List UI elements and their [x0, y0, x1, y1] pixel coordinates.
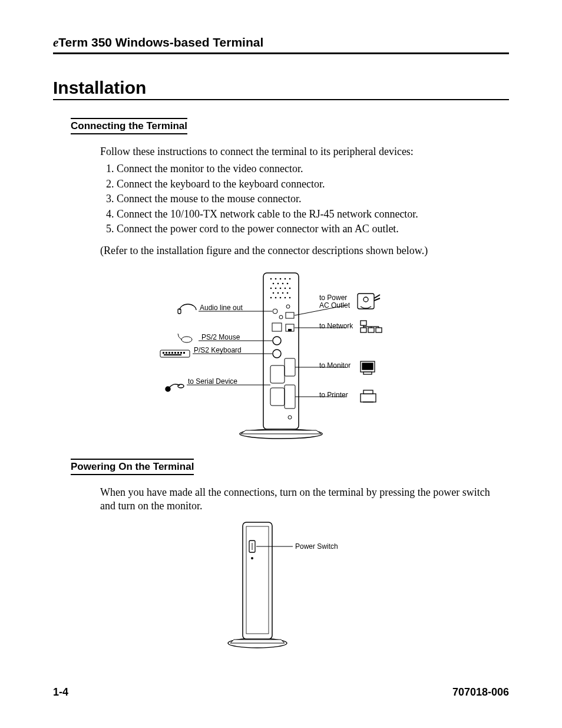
svg-point-7 [273, 282, 275, 284]
step-2: Connect the keyboard to the keyboard con… [117, 177, 497, 191]
svg-rect-56 [180, 352, 182, 354]
svg-point-5 [285, 278, 286, 279]
connecting-intro: Follow these instructions to connect the… [100, 145, 497, 159]
outlet-icon [358, 294, 380, 309]
label-power-2: AC Outlet [319, 301, 350, 309]
svg-point-59 [178, 384, 184, 388]
svg-rect-73 [363, 372, 372, 374]
svg-point-14 [285, 287, 286, 289]
svg-rect-66 [361, 328, 366, 332]
svg-point-11 [270, 287, 272, 289]
connecting-steps: Connect the monitor to the video connect… [100, 162, 497, 236]
headphones-icon [178, 304, 196, 314]
svg-point-24 [289, 297, 291, 298]
label-audio: Audio line out [200, 304, 243, 312]
svg-rect-54 [174, 352, 176, 354]
svg-rect-55 [177, 352, 179, 354]
svg-point-13 [280, 287, 282, 289]
subheading-powering: Powering On the Terminal [71, 459, 194, 475]
svg-rect-58 [164, 354, 181, 355]
network-icon [361, 321, 382, 332]
svg-point-10 [287, 282, 289, 284]
svg-rect-72 [362, 363, 373, 370]
svg-point-19 [287, 292, 289, 294]
svg-rect-74 [361, 394, 376, 402]
label-network: to Network [319, 322, 353, 330]
svg-point-82 [251, 557, 253, 559]
svg-rect-75 [363, 390, 373, 394]
connectors-illustration [157, 270, 405, 441]
monitor-icon [361, 361, 375, 374]
header-italic-e: e [53, 35, 58, 50]
svg-point-16 [273, 292, 275, 294]
connecting-body: Follow these instructions to connect the… [100, 145, 497, 258]
label-monitor: to Monitor [319, 361, 351, 370]
mouse-icon [178, 334, 192, 342]
label-mouse: PS/2 Mouse [201, 333, 240, 341]
step-5: Connect the power cord to the power conn… [117, 222, 497, 236]
svg-point-21 [275, 297, 277, 298]
power-switch-illustration [222, 519, 340, 649]
serial-cable-icon [166, 384, 184, 391]
connecting-note: (Refer to the installation figure and th… [100, 244, 497, 258]
header-title: Term 350 Windows-based Terminal [58, 35, 263, 49]
svg-point-60 [166, 387, 170, 391]
powering-body: When you have made all the connections, … [100, 486, 497, 513]
svg-point-18 [282, 292, 284, 294]
svg-point-9 [282, 282, 284, 284]
label-printer: to Printer [319, 391, 348, 399]
label-power-switch: Power Switch [295, 542, 338, 551]
svg-point-8 [277, 282, 279, 284]
printer-icon [361, 390, 376, 402]
svg-rect-61 [358, 294, 374, 309]
label-keyboard: P/S2 Keyboard [194, 346, 242, 354]
label-serial: to Serial Device [188, 377, 237, 386]
svg-point-2 [270, 278, 272, 279]
svg-rect-51 [166, 352, 167, 354]
svg-rect-50 [163, 352, 164, 354]
subheading-connecting: Connecting the Terminal [71, 118, 187, 134]
label-power-1: to Power [319, 294, 347, 302]
figure-power-switch: Power Switch [222, 519, 340, 649]
svg-point-23 [285, 297, 286, 298]
figure-connectors: Audio line out PS/2 Mouse P/S2 Keyboard … [157, 270, 405, 441]
svg-point-20 [270, 297, 272, 298]
svg-rect-57 [183, 352, 185, 354]
svg-point-6 [289, 278, 291, 279]
svg-point-17 [277, 292, 279, 294]
powering-text: When you have made all the connections, … [100, 486, 497, 513]
svg-rect-64 [368, 328, 374, 332]
svg-rect-53 [171, 352, 173, 354]
svg-rect-65 [376, 328, 382, 332]
keyboard-icon [160, 350, 190, 357]
page-footer: 1-4 707018-006 [53, 686, 509, 699]
running-header: eTerm 350 Windows-based Terminal [53, 35, 509, 54]
step-1: Connect the monitor to the video connect… [117, 162, 497, 176]
footer-page: 1-4 [53, 686, 68, 699]
svg-point-4 [280, 278, 282, 279]
svg-point-3 [275, 278, 277, 279]
svg-rect-52 [168, 352, 170, 354]
svg-rect-78 [243, 522, 272, 639]
step-4: Connect the 10/100-TX network cable to t… [117, 207, 497, 221]
svg-rect-33 [288, 329, 292, 331]
section-title: Installation [53, 78, 509, 100]
svg-point-12 [275, 287, 277, 289]
svg-point-15 [289, 287, 291, 289]
footer-doc: 707018-006 [452, 686, 509, 699]
step-3: Connect the mouse to the mouse connector… [117, 192, 497, 206]
svg-point-48 [181, 337, 192, 342]
svg-rect-63 [361, 321, 366, 325]
svg-point-22 [280, 297, 282, 298]
